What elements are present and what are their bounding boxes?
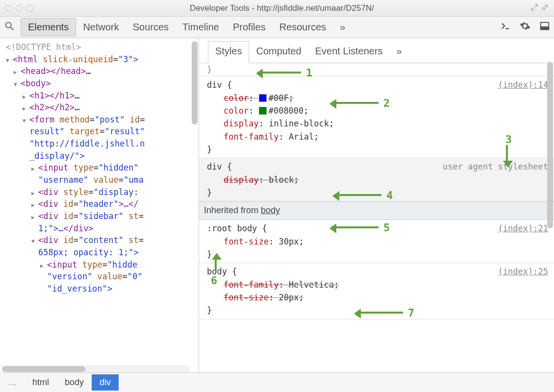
tab-overflow[interactable]: »	[390, 42, 409, 63]
user-agent-label: user agent stylesheet	[443, 160, 548, 173]
console-icon[interactable]	[500, 21, 511, 34]
svg-rect-4	[541, 27, 549, 30]
color-swatch[interactable]	[259, 107, 267, 115]
source-link[interactable]: (index):14	[498, 78, 548, 91]
annotation-4: 4	[386, 187, 393, 204]
window-title: Developer Tools - http://jsfiddle.net/um…	[33, 3, 530, 13]
color-swatch[interactable]	[259, 94, 267, 102]
tab-computed[interactable]: Computed	[249, 42, 308, 63]
annotation-arrow-5	[331, 226, 378, 228]
expand-icon[interactable]	[530, 3, 538, 13]
svg-line-1	[11, 27, 14, 30]
tab-elements[interactable]: Elements	[21, 18, 76, 36]
collapse-icon[interactable]	[541, 3, 549, 13]
styles-rules-list[interactable]: }div {(index):14color: #00F;color: #0080…	[199, 63, 554, 372]
annotation-3: 3	[505, 131, 512, 148]
dom-tree-row[interactable]: <div id="content" st=	[5, 234, 198, 246]
crumb-html[interactable]: html	[25, 374, 57, 391]
css-property[interactable]: font-family: Arial;	[207, 130, 549, 143]
dom-tree-row[interactable]: <div style="display:	[5, 186, 198, 198]
dom-tree-row[interactable]: "username" value="uma	[5, 174, 198, 186]
dom-tree-row[interactable]: "id_version">	[5, 283, 198, 295]
minimize-window-button[interactable]	[16, 5, 23, 12]
dom-tree-row[interactable]: 1;">…</div>	[5, 222, 198, 235]
style-rule[interactable]: body {(index):25font-family: Helvetica;f…	[199, 263, 554, 319]
dom-tree-row[interactable]: <input type="hidden"	[5, 162, 198, 174]
tab-sources[interactable]: Sources	[126, 19, 176, 36]
source-link[interactable]: (index):25	[498, 265, 548, 278]
dom-tree-row[interactable]: <head></head>…	[5, 65, 198, 77]
dom-tree-row[interactable]: 658px; opacity: 1;">	[5, 246, 198, 259]
css-property[interactable]: color: #008000;	[207, 104, 549, 117]
css-property[interactable]: font-family: Helvetica;	[207, 278, 549, 291]
css-property[interactable]: display: inline-block;	[207, 117, 549, 130]
annotation-2: 2	[383, 95, 390, 112]
svg-point-0	[6, 23, 11, 28]
annotation-1: 1	[306, 65, 312, 81]
tab-event-listeners[interactable]: Event Listeners	[308, 42, 390, 63]
doctype-line: <!DOCTYPE html>	[5, 41, 198, 53]
styles-vertical-scrollbar[interactable]	[547, 62, 553, 228]
dom-tree-row[interactable]: <form method="post" id=	[5, 114, 198, 126]
scrollbar-thumb[interactable]	[2, 366, 85, 372]
source-link[interactable]: (index):21	[498, 222, 548, 235]
annotation-arrow-4	[334, 194, 381, 196]
crumb-div[interactable]: div	[92, 374, 119, 391]
annotation-arrow-2	[331, 102, 378, 104]
zoom-window-button[interactable]	[26, 5, 33, 12]
css-property[interactable]: display: block;	[207, 173, 549, 186]
dock-icon[interactable]	[539, 21, 550, 34]
tab-styles[interactable]: Styles	[208, 41, 249, 63]
gear-icon[interactable]	[520, 21, 530, 34]
annotation-arrow-7	[356, 312, 403, 314]
dom-tree-row[interactable]: <div id="sidebar" st=	[5, 210, 198, 222]
annotation-5: 5	[383, 220, 390, 236]
sidebar-tabs: Styles Computed Event Listeners »	[199, 38, 554, 63]
inherited-from-header[interactable]: Inherited from body	[199, 201, 554, 220]
annotation-7: 7	[408, 305, 414, 321]
traffic-lights	[5, 5, 33, 12]
dom-tree-row[interactable]: <div id="header">…</	[5, 198, 198, 210]
dom-tree-row[interactable]: "version" value="0"	[5, 270, 198, 283]
tab-profiles[interactable]: Profiles	[226, 19, 273, 36]
panel-tabs: Elements Network Sources Timeline Profil…	[21, 18, 352, 36]
style-rule[interactable]: div {(index):14color: #00F;color: #00800…	[199, 76, 554, 158]
dom-tree-row[interactable]: <h2></h2>…	[5, 101, 198, 114]
close-window-button[interactable]	[5, 5, 12, 12]
crumb-ancestors[interactable]: …	[0, 374, 25, 391]
window-titlebar: Developer Tools - http://jsfiddle.net/um…	[0, 0, 554, 17]
css-property[interactable]: font-size: 20px;	[207, 291, 549, 304]
dom-tree-row[interactable]: <body>	[5, 77, 198, 90]
elements-panel[interactable]: <!DOCTYPE html><html slick-uniqueid="3">…	[0, 38, 199, 372]
css-property[interactable]: font-size: 30px;	[207, 235, 549, 248]
dom-tree-row[interactable]: <html slick-uniqueid="3">	[5, 53, 198, 66]
dom-tree-row[interactable]: <h1></h1>…	[5, 90, 198, 102]
dom-tree[interactable]: <!DOCTYPE html><html slick-uniqueid="3">…	[0, 38, 199, 365]
annotation-6: 6	[211, 272, 217, 289]
tab-network[interactable]: Network	[76, 19, 126, 36]
tab-timeline[interactable]: Timeline	[176, 19, 226, 36]
annotation-arrow-6	[215, 255, 217, 271]
elements-horizontal-scrollbar[interactable]	[2, 366, 190, 372]
breadcrumb: … html body div	[0, 372, 554, 392]
elements-vertical-scrollbar[interactable]	[192, 41, 198, 124]
dom-tree-row[interactable]: <input type="hidde	[5, 259, 198, 271]
crumb-body[interactable]: body	[57, 374, 92, 391]
annotation-arrow-1	[258, 72, 301, 74]
dom-tree-row[interactable]: result" target="result"	[5, 125, 198, 138]
devtools-toolbar: Elements Network Sources Timeline Profil…	[0, 17, 554, 38]
styles-panel: Styles Computed Event Listeners » }div {…	[199, 38, 554, 372]
dom-tree-row[interactable]: _display/">	[5, 150, 198, 162]
search-icon[interactable]	[4, 21, 15, 34]
dom-tree-row[interactable]: "http://fiddle.jshell.n	[5, 138, 198, 150]
annotation-arrow-3	[506, 145, 508, 166]
tab-resources[interactable]: Resources	[273, 19, 333, 36]
tab-overflow[interactable]: »	[333, 19, 352, 36]
